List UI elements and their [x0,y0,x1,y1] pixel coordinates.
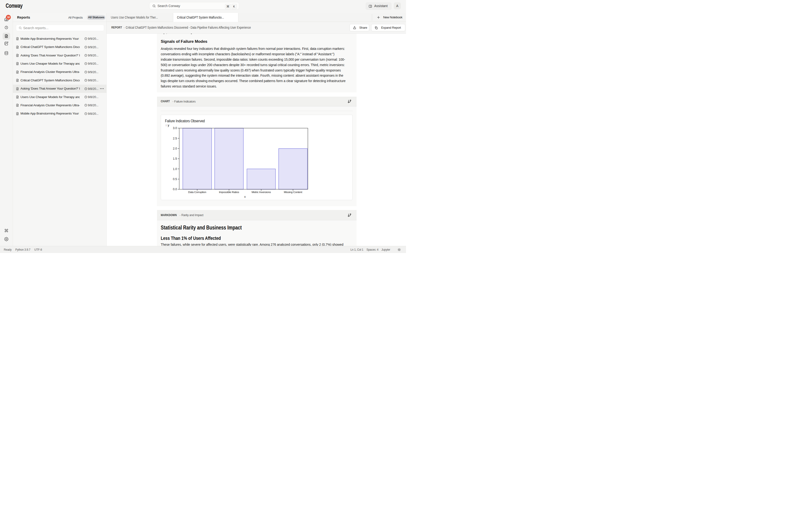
svg-text:Data Corruption: Data Corruption [188,191,206,193]
svg-text:0.5: 0.5 [173,177,177,181]
svg-text:Impossible Ratios: Impossible Ratios [219,191,239,193]
svg-text:0.0: 0.0 [173,188,177,191]
svg-text:2.5: 2.5 [173,137,177,140]
svg-text:Missing Content: Missing Content [284,191,302,193]
svg-text:2.0: 2.0 [173,147,177,150]
svg-text:Metric Inversions: Metric Inversions [251,191,271,193]
svg-text:3.0: 3.0 [173,126,177,130]
svg-text:1.5: 1.5 [173,157,177,160]
svg-text:1.0: 1.0 [173,167,177,171]
svg-text:x: x [244,195,246,198]
